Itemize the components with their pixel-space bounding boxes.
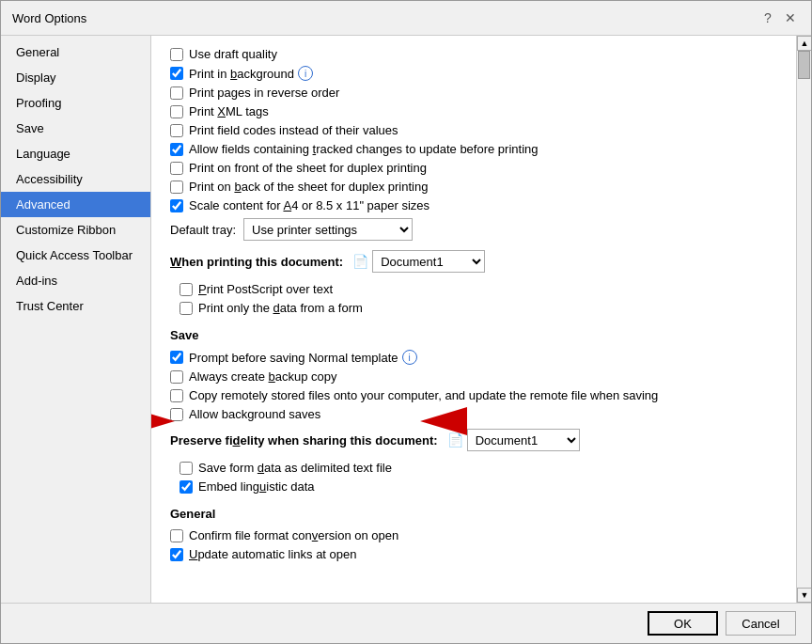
reverse-order-checkbox[interactable] <box>170 86 183 100</box>
cancel-button[interactable]: Cancel <box>726 611 796 636</box>
print-postscript-checkbox[interactable] <box>180 283 193 296</box>
dialog-title: Word Options <box>12 11 86 25</box>
remote-copy-row-container: Copy remotely stored files onto your com… <box>170 388 777 421</box>
option-print-background: Print in background i <box>170 66 777 81</box>
prompt-saving-label: Prompt before saving Normal template <box>189 351 398 365</box>
sidebar-item-addins[interactable]: Add-ins <box>1 268 150 293</box>
draft-quality-checkbox[interactable] <box>170 48 183 61</box>
help-button[interactable]: ? <box>758 8 777 27</box>
dialog-body: General Display Proofing Save Language A… <box>1 36 811 603</box>
backup-copy-label: Always create backup copy <box>189 369 337 384</box>
option-prompt-saving: Prompt before saving Normal template i <box>170 350 777 365</box>
scrollbar-track <box>797 51 811 588</box>
close-button[interactable]: ✕ <box>781 8 800 27</box>
general-section-label: General <box>170 507 777 521</box>
confirm-format-checkbox[interactable] <box>170 529 183 542</box>
dialog-footer: OK Cancel <box>1 603 811 643</box>
sidebar-item-language[interactable]: Language <box>1 141 150 166</box>
backup-copy-checkbox[interactable] <box>170 370 183 384</box>
content-scroll: Use draft quality Print in background i … <box>151 36 796 603</box>
option-field-codes: Print field codes instead of their value… <box>170 123 777 137</box>
reverse-order-label: Print pages in reverse order <box>189 86 339 100</box>
update-links-label: Update automatic links at open <box>189 547 357 561</box>
print-background-label: Print in background <box>189 67 294 81</box>
print-xml-label: Print XML tags <box>189 104 269 118</box>
print-background-info-icon[interactable]: i <box>298 66 313 81</box>
print-xml-checkbox[interactable] <box>170 105 183 118</box>
option-save-form-data: Save form data as delimited text file <box>180 461 777 475</box>
svg-marker-0 <box>151 407 175 435</box>
draft-quality-label: Use draft quality <box>189 47 277 61</box>
doc-icon-when-printing: 📄 <box>352 254 368 269</box>
background-saves-label: Allow background saves <box>189 407 320 421</box>
field-codes-checkbox[interactable] <box>170 124 183 137</box>
sidebar: General Display Proofing Save Language A… <box>1 36 151 603</box>
scrollbar-down-button[interactable]: ▼ <box>797 588 811 603</box>
option-scale-content: Scale content for A4 or 8.5 x 11" paper … <box>170 198 777 212</box>
sidebar-item-customize-ribbon[interactable]: Customize Ribbon <box>1 217 150 243</box>
option-confirm-format: Confirm file format conversion on open <box>170 528 777 542</box>
option-embed-linguistic: Embed linguistic data <box>180 479 777 494</box>
when-printing-label: When printing this document: <box>170 255 343 269</box>
word-options-dialog: Word Options ? ✕ General Display Proofin… <box>0 0 812 644</box>
sidebar-item-display[interactable]: Display <box>1 65 150 90</box>
default-tray-select[interactable]: Use printer settings <box>243 218 413 241</box>
save-section-label: Save <box>170 328 777 342</box>
print-data-only-checkbox[interactable] <box>180 302 193 315</box>
front-duplex-checkbox[interactable] <box>170 162 183 175</box>
title-bar-controls: ? ✕ <box>758 8 800 27</box>
back-duplex-checkbox[interactable] <box>170 181 183 194</box>
back-duplex-label: Print on back of the sheet for duplex pr… <box>189 180 428 194</box>
sidebar-item-proofing[interactable]: Proofing <box>1 90 150 116</box>
when-printing-row: When printing this document: 📄 Document1 <box>170 250 777 273</box>
left-arrow-svg <box>151 398 175 445</box>
right-arrow-svg <box>420 398 570 445</box>
print-data-only-label: Print only the data from a form <box>198 301 363 315</box>
update-links-checkbox[interactable] <box>170 548 183 561</box>
prompt-saving-info-icon[interactable]: i <box>402 350 417 365</box>
print-postscript-label: Print PostScript over text <box>198 282 333 296</box>
scale-content-checkbox[interactable] <box>170 199 183 212</box>
confirm-format-label: Confirm file format conversion on open <box>189 528 398 542</box>
option-reverse-order: Print pages in reverse order <box>170 86 777 100</box>
option-print-xml: Print XML tags <box>170 104 777 118</box>
prompt-saving-checkbox[interactable] <box>170 351 183 364</box>
when-printing-doc-dropdown: 📄 Document1 <box>352 250 485 273</box>
save-form-data-checkbox[interactable] <box>180 462 193 475</box>
embed-linguistic-checkbox[interactable] <box>180 480 193 494</box>
allow-fields-checkbox[interactable] <box>170 143 183 156</box>
sidebar-item-accessibility[interactable]: Accessibility <box>1 166 150 192</box>
option-back-duplex: Print on back of the sheet for duplex pr… <box>170 180 777 194</box>
option-front-duplex: Print on front of the sheet for duplex p… <box>170 161 777 175</box>
save-form-data-label: Save form data as delimited text file <box>198 461 392 475</box>
scale-content-label: Scale content for A4 or 8.5 x 11" paper … <box>189 198 429 212</box>
sidebar-item-general[interactable]: General <box>1 39 150 65</box>
preserve-label: Preserve fidelity when sharing this docu… <box>170 433 438 448</box>
allow-fields-label: Allow fields containing tracked changes … <box>189 142 539 156</box>
embed-linguistic-label: Embed linguistic data <box>198 479 315 494</box>
option-backup-copy: Always create backup copy <box>170 369 777 384</box>
field-codes-label: Print field codes instead of their value… <box>189 123 398 137</box>
scrollbar-up-button[interactable]: ▲ <box>797 36 811 51</box>
scrollbar-thumb[interactable] <box>798 51 810 79</box>
default-tray-row: Default tray: Use printer settings <box>170 218 777 241</box>
sidebar-item-quick-access[interactable]: Quick Access Toolbar <box>1 243 150 268</box>
option-allow-fields: Allow fields containing tracked changes … <box>170 142 777 156</box>
when-printing-doc-select[interactable]: Document1 <box>372 250 485 273</box>
background-saves-row-wrapper: Allow background saves <box>170 407 777 421</box>
sidebar-item-save[interactable]: Save <box>1 116 150 141</box>
sidebar-item-advanced[interactable]: Advanced <box>1 192 150 217</box>
option-update-links: Update automatic links at open <box>170 547 777 561</box>
title-bar: Word Options ? ✕ <box>1 1 811 36</box>
default-tray-label: Default tray: <box>170 223 236 237</box>
option-print-data-only: Print only the data from a form <box>180 301 777 315</box>
front-duplex-label: Print on front of the sheet for duplex p… <box>189 161 427 175</box>
option-draft-quality: Use draft quality <box>170 47 777 61</box>
print-background-checkbox[interactable] <box>170 67 183 80</box>
option-print-postscript: Print PostScript over text <box>180 282 777 296</box>
scrollbar: ▲ ▼ <box>796 36 811 603</box>
ok-button[interactable]: OK <box>648 611 718 636</box>
svg-marker-1 <box>420 407 570 435</box>
sidebar-item-trust-center[interactable]: Trust Center <box>1 293 150 319</box>
